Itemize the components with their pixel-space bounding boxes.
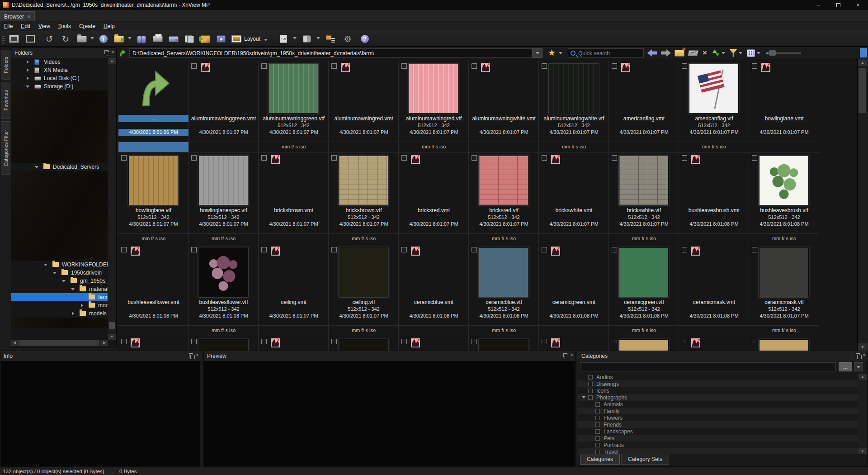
file-checkbox[interactable] — [261, 247, 267, 252]
catalog-dropdown[interactable] — [316, 37, 320, 39]
menu-file[interactable]: File — [0, 23, 17, 29]
file-cell[interactable] — [189, 336, 259, 351]
scroll-down-icon[interactable]: ▼ — [858, 343, 868, 351]
close-panel-icon[interactable]: × — [196, 353, 199, 357]
scroll-down-icon[interactable]: ▼ — [108, 334, 116, 340]
slideshow-button[interactable] — [230, 33, 243, 45]
favorites-dropdown[interactable] — [559, 52, 562, 54]
float-panel-icon[interactable] — [189, 353, 193, 357]
file-checkbox[interactable] — [121, 155, 127, 161]
tree-item-farm[interactable]: farm — [11, 293, 108, 301]
file-checkbox[interactable] — [401, 63, 407, 69]
tree-item-local-disk-c-[interactable]: Local Disk (C:) — [11, 74, 108, 82]
category-checkbox[interactable] — [588, 389, 593, 393]
scroll-left-icon[interactable]: ◀ — [11, 340, 18, 346]
category-checkbox[interactable] — [595, 416, 600, 420]
category-row-landscapes[interactable]: Landscapes — [578, 428, 859, 435]
quick-search-box[interactable]: Quick search — [568, 48, 644, 58]
filter-button[interactable] — [730, 49, 737, 57]
sidebar-tab-favorites[interactable]: Favorites — [1, 82, 10, 119]
category-row-flowers[interactable]: Flowers — [578, 414, 859, 421]
file-cell[interactable] — [469, 336, 539, 351]
sort-dropdown[interactable] — [722, 52, 725, 54]
file-cell-ceramicmask.vtf[interactable]: ceramicmask.vtf512x512 - 3424/30/2021 8:… — [749, 244, 819, 336]
move-copy-button[interactable] — [75, 33, 89, 45]
file-cell-ceramicmask.vmt[interactable]: ceramicmask.vmt4/30/2021 8:01:08 PM — [679, 244, 749, 336]
file-checkbox[interactable] — [331, 339, 337, 344]
category-checkbox[interactable] — [588, 382, 593, 386]
category-row-icons[interactable]: Icons — [578, 387, 859, 394]
tree-item-videos[interactable]: Videos — [11, 58, 108, 66]
file-cell-aluminumawningwhite.vtf[interactable]: aluminumawningwhite.vtf512x512 - 3424/30… — [539, 61, 609, 152]
pages-button[interactable]: 1-5 — [277, 33, 290, 45]
file-checkbox[interactable] — [612, 339, 617, 344]
file-checkbox[interactable] — [191, 339, 197, 344]
convert-button[interactable] — [183, 33, 196, 45]
file-cell-bowlinglanespec.vtf[interactable]: bowlinglanespec.vtf512x512 - 3424/30/202… — [189, 152, 259, 244]
file-checkbox[interactable] — [261, 63, 267, 69]
file-cell[interactable] — [679, 336, 749, 351]
tree-item-dedicated-servers[interactable]: Dedicated_Servers — [11, 163, 108, 171]
file-cell-ceiling.vtf[interactable]: ceiling.vtf512x512 - 3424/30/2021 8:01:0… — [329, 244, 399, 336]
file-cell-ceramicgreen.vmt[interactable]: ceramicgreen.vmt4/30/2021 8:01:08 PM — [539, 244, 609, 336]
view-mode-button[interactable] — [747, 49, 755, 57]
file-checkbox[interactable] — [752, 63, 757, 69]
menu-tools[interactable]: Tools — [54, 23, 75, 29]
file-cell-ceramicgreen.vtf[interactable]: ceramicgreen.vtf512x512 - 3424/30/2021 8… — [609, 244, 679, 336]
tree-item-workingfolder[interactable]: WORKINGFOLDER — [11, 261, 108, 269]
file-checkbox[interactable] — [331, 63, 337, 69]
scroll-down-icon[interactable]: ▼ — [859, 448, 867, 454]
back-button[interactable] — [647, 49, 657, 57]
file-checkbox[interactable] — [331, 247, 337, 252]
file-cell-ceiling.vmt[interactable]: ceiling.vmt4/30/2021 8:01:07 PM — [259, 244, 329, 336]
filter-dropdown[interactable] — [739, 52, 742, 54]
file-cell-bushleavesbrush.vmt[interactable]: bushleavesbrush.vmt4/30/2021 8:01:08 PM — [679, 152, 749, 244]
file-cell-bricksred.vtf[interactable]: bricksred.vtf512x512 - 3424/30/2021 8:01… — [469, 152, 539, 244]
capture-button[interactable] — [214, 33, 228, 45]
close-panel-icon[interactable]: × — [111, 50, 114, 54]
file-checkbox[interactable] — [542, 63, 547, 69]
forward-button[interactable] — [661, 49, 671, 57]
viewer-button[interactable] — [7, 33, 21, 45]
help-button[interactable]: ? — [358, 33, 372, 45]
file-cell-aluminumawningred.vmt[interactable]: aluminumawningred.vmt4/30/2021 8:01:07 P… — [329, 61, 399, 152]
tree-item-models[interactable]: models — [11, 309, 108, 318]
file-checkbox[interactable] — [472, 247, 477, 252]
collapse-arrow-icon[interactable] — [44, 264, 47, 266]
sidebar-tab-categories-filter[interactable]: Categories Filter — [1, 121, 10, 175]
file-cell[interactable] — [749, 336, 819, 351]
category-checkbox[interactable] — [595, 402, 600, 407]
file-cell[interactable] — [539, 336, 609, 351]
sidebar-tab-folders[interactable]: Folders — [1, 50, 10, 80]
rotate-right-button[interactable]: ↻ — [59, 33, 72, 45]
file-checkbox[interactable] — [191, 155, 197, 161]
view-mode-dropdown[interactable] — [757, 52, 760, 54]
scan-button[interactable] — [167, 33, 180, 45]
file-checkbox[interactable] — [752, 155, 757, 161]
file-checkbox[interactable] — [682, 247, 687, 252]
open-with-button[interactable] — [112, 33, 126, 45]
path-dropdown-button[interactable] — [533, 48, 542, 58]
file-cell-bricksbrown.vmt[interactable]: bricksbrown.vmt4/30/2021 8:01:07 PM — [259, 152, 329, 244]
collapse-arrow-icon[interactable] — [35, 166, 38, 168]
scroll-up-icon[interactable]: ▲ — [859, 374, 867, 380]
maximize-button[interactable] — [828, 0, 848, 10]
collapse-arrow-icon[interactable] — [53, 272, 57, 274]
scroll-right-icon[interactable]: ▶ — [101, 340, 108, 346]
file-checkbox[interactable] — [401, 247, 407, 252]
tree-item-storage-d-[interactable]: Storage (D:) — [11, 82, 108, 90]
print-button[interactable] — [151, 33, 165, 45]
edit-button[interactable] — [688, 50, 699, 56]
info-button[interactable]: i — [97, 33, 110, 45]
new-folder-button[interactable] — [675, 50, 684, 57]
scroll-up-icon[interactable]: ▲ — [858, 59, 868, 66]
expand-arrow-icon[interactable] — [72, 312, 74, 315]
file-checkbox[interactable] — [472, 155, 477, 161]
toolbar-grip[interactable] — [2, 34, 5, 43]
thumbnail-size-slider[interactable] — [766, 52, 801, 54]
search-button[interactable] — [135, 33, 148, 45]
scroll-thumb[interactable] — [109, 322, 115, 329]
category-tab-categories[interactable]: Categories — [580, 454, 620, 465]
open-with-dropdown[interactable] — [128, 37, 132, 39]
category-row-family[interactable]: Family — [578, 408, 859, 414]
